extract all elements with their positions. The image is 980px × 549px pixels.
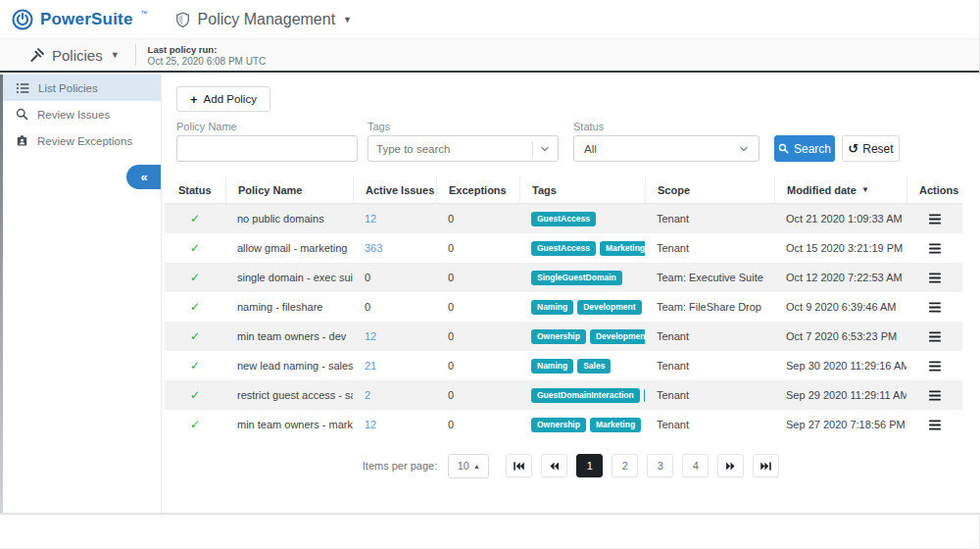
scope-cell: Team: FileShare Drop — [645, 301, 774, 313]
brand-logo: PowerSuite™ — [12, 9, 148, 30]
last-page-button[interactable] — [753, 454, 779, 477]
active-issues-value[interactable]: 12 — [365, 330, 376, 342]
sidebar-item-review-exceptions[interactable]: Review Exceptions — [0, 127, 161, 154]
sidebar-collapse-button[interactable]: « — [126, 165, 161, 189]
list-icon — [16, 81, 29, 95]
left-scroll-strip — [0, 75, 3, 513]
top-header: PowerSuite™ Policy Management ▼ — [0, 0, 979, 39]
items-per-page-label: Items per page: — [363, 460, 437, 472]
page-button-3[interactable]: 3 — [647, 454, 673, 477]
sidebar-item-list-policies[interactable]: List Policies — [0, 75, 161, 101]
row-actions-menu-icon[interactable] — [929, 214, 941, 225]
tag-chip: Naming — [531, 359, 573, 374]
tags-combobox[interactable] — [368, 135, 559, 162]
actions-cell — [906, 243, 962, 254]
active-issues-value[interactable]: 363 — [365, 242, 382, 254]
sidebar-items: List PoliciesReview IssuesReview Excepti… — [0, 75, 161, 154]
active-issues-value[interactable]: 12 — [365, 419, 376, 430]
status-cell: ✓ — [165, 212, 225, 225]
last-policy-run: Last policy run: Oct 25, 2020 6:08 PM UT… — [148, 44, 267, 67]
active-issues-cell: 2 — [353, 389, 436, 401]
scope-cell: Tenant — [645, 419, 774, 430]
prev-page-button[interactable] — [541, 454, 567, 477]
active-issues-value[interactable]: 21 — [365, 360, 376, 372]
first-page-button[interactable] — [506, 454, 532, 477]
powersuite-logo-icon — [12, 9, 33, 30]
page-button-2[interactable]: 2 — [612, 454, 638, 477]
column-header-tags: Tags — [519, 176, 645, 203]
row-actions-menu-icon[interactable] — [929, 302, 941, 313]
actions-cell — [906, 302, 962, 313]
column-header-policy-name: Policy Name — [225, 176, 353, 203]
shield-icon — [175, 12, 190, 27]
status-cell: ✓ — [165, 241, 225, 255]
next-page-button[interactable] — [717, 454, 744, 477]
status-cell: ✓ — [165, 359, 225, 373]
chevron-down-icon[interactable] — [540, 144, 550, 154]
policy-name-cell: single domain - exec suite — [225, 272, 353, 283]
status-ok-icon: ✓ — [190, 212, 200, 225]
search-button[interactable]: Search — [774, 135, 835, 162]
page-title: Policy Management — [198, 11, 336, 28]
items-per-page-select[interactable]: 10 ▲ — [448, 454, 489, 478]
reset-icon: ↺ — [848, 142, 858, 155]
search-icon — [778, 143, 789, 154]
status-cell: ✓ — [165, 300, 225, 314]
modified-date-cell: Oct 12 2020 7:22:53 AM — [774, 272, 906, 283]
modified-date-cell: Oct 9 2020 6:39:46 AM — [774, 301, 906, 313]
tags-cell: SingleGuestDomain — [519, 271, 645, 285]
policy-name-label: Policy Name — [176, 121, 237, 132]
page-button-4[interactable]: 4 — [682, 454, 709, 477]
tags-cell: OwnershipDevelopment — [519, 329, 645, 344]
sidebar-item-label: Review Exceptions — [37, 135, 132, 147]
tags-cell: OwnershipMarketing — [519, 418, 645, 432]
active-issues-cell: 0 — [353, 301, 436, 313]
sidebar-item-review-issues[interactable]: Review Issues — [0, 101, 161, 127]
page-button-1[interactable]: 1 — [576, 454, 603, 477]
tags-search-input[interactable] — [376, 143, 528, 155]
exceptions-cell: 0 — [436, 419, 519, 430]
reset-button-label: Reset — [862, 142, 893, 156]
policies-menu[interactable]: Policies ▼ — [29, 47, 120, 64]
reset-button[interactable]: ↺ Reset — [842, 135, 900, 162]
active-issues-cell: 12 — [353, 330, 436, 342]
combobox-divider — [532, 141, 533, 157]
app-title-menu[interactable]: Policy Management ▼ — [175, 11, 352, 28]
row-actions-menu-icon[interactable] — [929, 243, 941, 254]
actions-cell — [906, 390, 962, 401]
column-header-modified-date[interactable]: Modified date▼ — [774, 176, 906, 203]
row-actions-menu-icon[interactable] — [929, 273, 941, 283]
policy-name-cell: naming - fileshare — [225, 301, 353, 313]
tag-chip: Ownership — [531, 418, 586, 432]
last-run-timestamp: Oct 25, 2020 6:08 PM UTC — [148, 56, 267, 67]
status-cell: ✓ — [165, 388, 225, 402]
active-issues-value[interactable]: 12 — [365, 213, 376, 225]
exceptions-cell: 0 — [436, 213, 519, 225]
column-header-active-issues: Active Issues — [353, 176, 436, 203]
status-ok-icon: ✓ — [190, 241, 200, 255]
status-select[interactable]: All — [573, 135, 760, 162]
caret-up-icon: ▲ — [473, 463, 480, 470]
table-row: ✓allow gmail - marketing3630GuestAccessM… — [165, 233, 962, 263]
row-actions-menu-icon[interactable] — [929, 390, 941, 401]
policy-name-cell: allow gmail - marketing — [225, 242, 353, 254]
brand-name: PowerSuite — [40, 10, 133, 29]
modified-date-cell: Oct 7 2020 6:53:23 PM — [774, 330, 906, 342]
active-issues-value[interactable]: 2 — [365, 389, 370, 401]
items-per-page-value: 10 — [458, 460, 469, 472]
active-issues-value: 0 — [365, 272, 370, 283]
status-cell: ✓ — [165, 418, 225, 431]
add-policy-button[interactable]: + Add Policy — [176, 86, 270, 112]
status-ok-icon: ✓ — [190, 359, 200, 373]
tag-chip: GuestAccess — [531, 212, 596, 226]
policy-name-input[interactable] — [176, 135, 358, 162]
row-actions-menu-icon[interactable] — [929, 331, 941, 342]
row-actions-menu-icon[interactable] — [929, 420, 941, 430]
exceptions-cell: 0 — [436, 272, 519, 283]
row-actions-menu-icon[interactable] — [929, 361, 941, 372]
sidebar: List PoliciesReview IssuesReview Excepti… — [0, 75, 162, 513]
exceptions-cell: 0 — [436, 330, 519, 342]
active-issues-cell: 0 — [353, 272, 436, 283]
policies-toolbar: Policies ▼ Last policy run: Oct 25, 2020… — [0, 39, 979, 73]
sidebar-item-label: Review Issues — [37, 109, 110, 121]
